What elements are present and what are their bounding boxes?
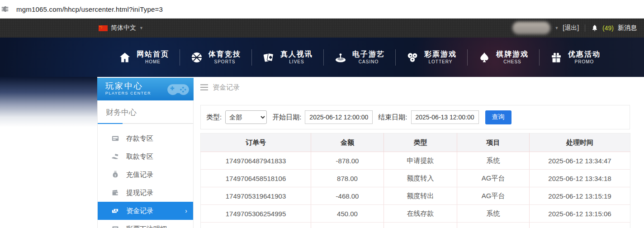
cell-process-time: 2025-06-12 13:34:18: [530, 170, 630, 187]
nav-title: 网站首页: [137, 50, 169, 59]
cell-type: 额度转出: [384, 187, 457, 205]
url-text[interactable]: mgm1065.com/hhcp/usercenter.html?iniType…: [16, 5, 163, 13]
deposit-icon: [111, 134, 119, 142]
new-messages-link[interactable]: 新消息: [618, 24, 637, 32]
main-navigation: 网站首页HOME 体育竞技SPORTS 真人视讯LIVES 电子游艺CASINO: [75, 38, 644, 77]
cell-amount: 450.00: [311, 205, 384, 223]
bet-detail-icon: [111, 225, 119, 228]
table-row: 1749705319641903 -468.00 额度转出 AG平台 2025-…: [201, 187, 630, 205]
table-row-partial: [201, 223, 630, 228]
nav-item-casino[interactable]: 电子游艺CASINO: [324, 50, 395, 65]
col-header-amount: 金额: [311, 133, 384, 152]
lottery-icon: [406, 51, 419, 64]
site-settings-icon[interactable]: [1, 5, 9, 13]
sidebar: 玩家中心 PLAYERS CENTER 财务中心 存款专区: [97, 78, 194, 228]
nav-item-promo[interactable]: 优惠活动PROMO: [540, 50, 611, 65]
nav-title: 体育竞技: [208, 50, 241, 59]
china-flag-icon: [99, 25, 108, 31]
section-underline: [98, 123, 193, 124]
page-title: 资金记录: [213, 83, 240, 92]
chess-spade-icon: [478, 51, 491, 64]
sidebar-item-recharge-records[interactable]: 充值记录: [98, 166, 193, 184]
cell-item: AG平台: [457, 187, 530, 205]
gamepad-icon: [166, 80, 190, 99]
nav-item-chess[interactable]: 棋牌游戏CHESS: [468, 50, 539, 65]
filter-panel: 类型: 全部 开始日期: 结束日期: 查询: [200, 105, 630, 129]
message-count[interactable]: (49): [602, 24, 614, 32]
sidebar-item-lottery-bet-details[interactable]: 彩票下注明细: [98, 220, 193, 228]
nav-subtitle: LOTTERY: [429, 59, 453, 65]
cell-order-no: 1749705319641903: [201, 187, 311, 205]
username-redacted[interactable]: [512, 22, 550, 34]
cell-process-time: 2025-06-12 13:15:19: [530, 187, 630, 205]
table-row: 1749705306254995 450.00 在线存款 系统 2025-06-…: [201, 205, 630, 223]
sidebar-body: 财务中心 存款专区 取款专区: [97, 100, 194, 228]
cell-order-no: 1749706487941833: [201, 152, 311, 170]
sidebar-item-cashout-records[interactable]: 提现记录: [98, 184, 193, 202]
nav-title: 优惠活动: [568, 50, 601, 59]
cell-item: 系统: [457, 205, 530, 223]
nav-item-home[interactable]: 网站首页HOME: [108, 50, 180, 65]
divider: [585, 24, 585, 32]
type-label: 类型:: [206, 113, 222, 122]
chevron-right-icon: ›: [185, 207, 187, 214]
query-button[interactable]: 查询: [485, 110, 511, 124]
withdraw-icon: [111, 152, 119, 161]
live-cards-icon: [262, 51, 275, 64]
end-date-input[interactable]: [411, 110, 479, 124]
language-selector[interactable]: 简体中文 ▼: [99, 24, 143, 32]
nav-subtitle: CASINO: [359, 59, 379, 65]
casino-icon: [334, 51, 347, 64]
cell-type: 额度转入: [384, 170, 457, 187]
players-center-header: 玩家中心 PLAYERS CENTER: [97, 78, 194, 100]
logout-link[interactable]: [退出]: [563, 24, 579, 32]
nav-item-lottery[interactable]: 彩票游戏LOTTERY: [396, 50, 467, 65]
breadcrumb: 资金记录: [200, 81, 630, 93]
cell-process-time: 2025-06-12 13:15:06: [530, 205, 630, 223]
sidebar-menu: 存款专区 取款专区 充值记录: [98, 124, 193, 228]
nav-subtitle: HOME: [145, 59, 161, 65]
col-header-type: 类型: [384, 133, 457, 152]
notification-bell-icon[interactable]: [591, 24, 598, 32]
menu-icon[interactable]: [200, 84, 208, 90]
nav-title: 真人视讯: [280, 50, 313, 59]
browser-address-bar[interactable]: mgm1065.com/hhcp/usercenter.html?iniType…: [0, 0, 644, 19]
sidebar-item-deposit-zone[interactable]: 存款专区: [98, 129, 193, 147]
nav-subtitle: CHESS: [503, 59, 521, 65]
start-date-input[interactable]: [305, 110, 373, 124]
funds-record-table: 订单号 金额 类型 项目 处理时间 1749706487941833 -878.…: [200, 133, 630, 228]
cell-type: 申请提款: [384, 152, 457, 170]
cell-item: AG平台: [457, 170, 530, 187]
nav-item-lives[interactable]: 真人视讯LIVES: [252, 50, 323, 65]
col-header-item: 项目: [457, 133, 530, 152]
cell-item: 系统: [457, 152, 530, 170]
start-date-label: 开始日期:: [272, 113, 301, 122]
account-chevron-down-icon[interactable]: ▼: [554, 26, 559, 30]
sidebar-item-label: 彩票下注明细: [126, 225, 167, 228]
table-row: 1749706458518106 878.00 额度转入 AG平台 2025-0…: [201, 170, 630, 187]
sidebar-item-funds-records[interactable]: 资金记录 ›: [98, 202, 193, 220]
col-header-order-no: 订单号: [201, 133, 311, 152]
table-header-row: 订单号 金额 类型 项目 处理时间: [201, 133, 630, 152]
nav-title: 彩票游戏: [424, 50, 457, 59]
nav-item-sports[interactable]: 体育竞技SPORTS: [180, 50, 251, 65]
cell-process-time: 2025-06-12 13:34:47: [530, 152, 630, 170]
type-select[interactable]: 全部: [225, 110, 267, 124]
home-icon: [118, 51, 131, 64]
nav-title: 棋牌游戏: [496, 50, 529, 59]
nav-subtitle: PROMO: [575, 59, 594, 65]
chevron-down-icon: ▼: [139, 26, 143, 30]
end-date-label: 结束日期:: [378, 113, 407, 122]
funds-record-icon: [111, 207, 119, 215]
sidebar-item-withdraw-zone[interactable]: 取款专区: [98, 147, 193, 166]
table-row: 1749706487941833 -878.00 申请提款 系统 2025-06…: [201, 152, 630, 170]
top-bar: 简体中文 ▼ ▼ [退出] (49) 新消息: [0, 19, 644, 38]
sports-icon: [190, 51, 203, 64]
recharge-record-icon: [111, 171, 119, 179]
cell-amount: 878.00: [311, 170, 384, 187]
cashout-record-icon: [111, 189, 119, 197]
nav-title: 电子游艺: [352, 50, 385, 59]
sidebar-item-label: 充值记录: [126, 171, 153, 179]
nav-subtitle: LIVES: [289, 59, 304, 65]
cell-order-no: 1749706458518106: [201, 170, 311, 187]
